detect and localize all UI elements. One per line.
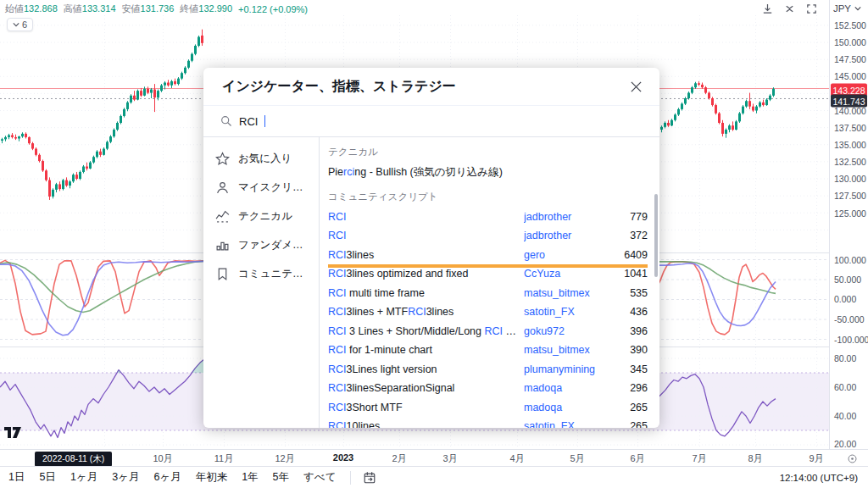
range-button[interactable]: 1年 [242,470,258,485]
result-author[interactable]: matsu_bitmex [524,344,615,356]
price-axis-label: 127.500 [834,191,866,201]
change-value: +0.122 (+0.09%) [238,4,308,14]
range-button[interactable]: すべて [303,470,336,485]
result-author[interactable]: jadbrother [524,211,615,223]
section-label: テクニカル [328,137,648,163]
clock[interactable]: 12:14:00 (UTC+9) [780,473,860,483]
result-row[interactable]: RCI3linesgero6409 [328,246,648,265]
result-row[interactable]: RCI10linessatotin_FX265 [328,417,648,428]
scrollbar-thumb[interactable] [654,194,658,277]
result-author[interactable]: matsu_bitmex [524,287,615,299]
indicator-value-badge: 141.743 [831,95,867,108]
result-author[interactable]: plumanymining [524,363,615,375]
sidebar-item-fundamentals[interactable]: ファンダメンタル [203,230,319,259]
result-row[interactable]: RCI3lines + MTFRCI3linessatotin_FX436 [328,302,648,322]
range-button[interactable]: 5日 [39,470,55,485]
result-author[interactable]: madoqa [524,402,615,413]
result-author[interactable]: madoqa [524,382,615,394]
close-icon[interactable] [624,75,648,98]
result-row[interactable]: RCI3lines optimized and fixedCcYuza1041 [328,264,648,284]
result-row[interactable]: RCI multi time framematsu_bitmex535 [328,284,648,303]
result-title: RCI [328,230,524,241]
price-axis-label: 145.000 [834,71,866,81]
result-author[interactable]: satotin_FX [524,420,615,428]
result-title: RCI 3 Lines + Short/Middle/Long RCI line… [328,325,524,337]
range-button[interactable]: 3ヶ月 [112,470,139,485]
result-title: RCI3lines optimized and fixed [328,268,524,280]
result-row[interactable]: RCIjadbrother372 [328,226,648,246]
tradingview-logo[interactable] [3,425,22,443]
result-row[interactable]: RCI for 1-minute chartmatsu_bitmex390 [328,341,648,360]
indicator-count: 6 [22,19,27,30]
range-button[interactable]: 1日 [8,470,25,485]
price-axis-label: 137.500 [834,123,866,133]
result-likes-count: 6409 [615,249,648,261]
sidebar-item-technicals[interactable]: テクニカル [203,202,319,230]
result-likes-count: 296 [615,382,648,394]
ohlc-value: 始値132.868 [5,3,58,15]
indicator-count-toggle[interactable]: 6 [7,18,33,31]
result-title: Piercing - Bullish (強気の切り込み線) [328,165,524,180]
result-likes-count: 436 [615,306,648,318]
ohlc-value: 終値132.990 [180,3,232,15]
price-axis-label: 100.000 [834,255,866,265]
result-title: RCI3linesSeparationSignal [328,382,524,394]
result-author[interactable]: satotin_FX [524,306,615,318]
price-axis-label: 150.000 [834,37,866,47]
range-button[interactable]: 5年 [273,470,289,485]
currency-selector[interactable]: JPY [825,3,865,14]
price-axis-label: 135.000 [834,140,866,150]
price-axis[interactable]: 152.500150.000147.500145.000140.000137.5… [829,0,868,449]
time-axis-label: 10月 [153,452,172,465]
result-row[interactable]: Piercing - Bullish (強気の切り込み線) [328,163,648,182]
dialog-body: お気に入りマイスクリプトテクニカルファンダメンタルコミュニティスクリプト テクニ… [203,137,659,428]
time-axis-label: 11月 [214,452,233,465]
collapse-panes-icon[interactable] [781,1,799,16]
currency-label: JPY [833,3,851,14]
ohlc-legend: 始値132.868高値133.314安値131.736終値132.990+0.1… [5,3,308,15]
result-likes-count: 535 [615,287,648,299]
bookmark-icon [215,267,230,281]
result-likes-count: 779 [615,211,648,223]
bottom-toolbar: 1日5日1ヶ月3ヶ月6ヶ月年初来1年5年すべて 12:14:00 (UTC+9) [0,466,868,488]
result-row[interactable]: RCIjadbrother779 [328,208,648,227]
sidebar-item-bookmark[interactable]: コミュニティスクリプト [203,259,319,288]
technicals-icon [215,209,230,224]
price-axis-label: 132.500 [834,157,866,167]
toolbar-divider [350,471,351,485]
range-button[interactable]: 6ヶ月 [153,470,181,485]
search-input[interactable]: RCI [203,105,659,137]
result-title: RCI3lines + MTFRCI3lines [328,306,524,318]
range-button[interactable]: 年初来 [196,470,228,485]
time-axis-label: 2月 [392,452,406,465]
time-axis-label: 12月 [275,452,294,465]
ohlc-value: 安値131.736 [122,3,175,15]
fullscreen-icon[interactable] [803,1,821,16]
result-row[interactable]: RCI3Short MTFmadoqa265 [328,398,648,418]
result-title: RCI for 1-minute chart [328,344,524,356]
dialog-title: インジケーター、指標、ストラテジー [222,78,624,96]
go-to-date-icon[interactable] [363,471,376,485]
dialog-sidebar: お気に入りマイスクリプトテクニカルファンダメンタルコミュニティスクリプト [203,137,320,428]
time-axis-label: 7月 [692,452,706,465]
range-button[interactable]: 1ヶ月 [70,470,97,485]
download-icon[interactable] [759,1,777,16]
result-author[interactable]: CcYuza [524,268,615,280]
sidebar-item-star[interactable]: お気に入り [203,144,319,173]
text-caret [264,115,265,127]
result-title: RCI10lines [328,420,524,428]
sidebar-item-label: ファンダメンタル [238,238,307,252]
dialog-header: インジケーター、指標、ストラテジー [203,68,659,105]
time-axis-label: 4月 [509,452,524,465]
result-author[interactable]: gero [524,249,615,261]
result-row[interactable]: RCI3linesSeparationSignalmadoqa296 [328,379,648,398]
sidebar-item-user[interactable]: マイスクリプト [203,173,319,202]
section-label: コミュニティスクリプト [328,182,648,208]
result-row[interactable]: RCI 3 Lines + Short/Middle/Long RCI line… [328,322,648,341]
result-row[interactable]: RCI3Lines light versionplumanymining345 [328,360,648,380]
result-likes-count: 345 [615,363,648,375]
result-author[interactable]: jadbrother [524,230,615,241]
result-author[interactable]: goku972 [524,325,615,337]
price-axis-label: 60.00 [834,382,856,392]
time-axis[interactable]: 2022-08-11 (木) 9月10月11月12月20232月3月4月5月6月… [0,449,868,466]
